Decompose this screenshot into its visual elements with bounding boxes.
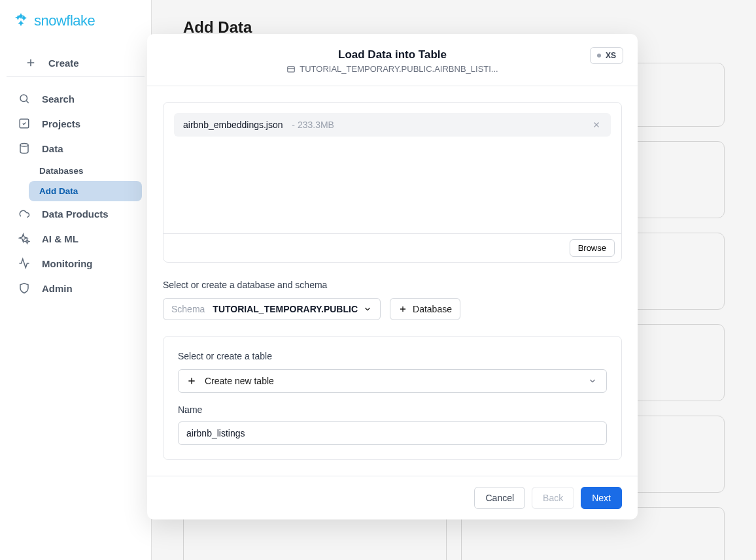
schema-select[interactable]: Schema TUTORIAL_TEMPORARY.PUBLIC	[163, 298, 381, 320]
schema-prefix: Schema	[171, 304, 205, 314]
select-schema-label: Select or create a database and schema	[163, 280, 622, 290]
back-button[interactable]: Back	[532, 487, 574, 509]
table-select-value: Create new table	[205, 376, 274, 386]
file-size: - 233.3MB	[287, 120, 334, 130]
file-list: airbnb_embeddings.json - 233.3MB	[163, 103, 621, 233]
modal-title: Load Data into Table	[163, 48, 622, 61]
next-button[interactable]: Next	[581, 487, 622, 509]
modal-header: Load Data into Table TUTORIAL_TEMPORARY.…	[147, 34, 638, 86]
select-table-label: Select or create a table	[178, 351, 607, 361]
warehouse-size: XS	[606, 51, 616, 60]
warehouse-badge[interactable]: XS	[590, 47, 623, 64]
plus-icon	[398, 305, 407, 314]
modal-subtitle-text: TUTORIAL_TEMPORARY.PUBLIC.AIRBNB_LISTI..…	[300, 64, 498, 74]
load-data-modal: Load Data into Table TUTORIAL_TEMPORARY.…	[147, 34, 638, 519]
close-icon	[592, 120, 601, 129]
modal-footer: Cancel Back Next	[147, 476, 638, 519]
svg-rect-3	[288, 66, 295, 71]
cancel-button[interactable]: Cancel	[474, 487, 525, 509]
file-chip: airbnb_embeddings.json - 233.3MB	[174, 113, 611, 137]
file-name: airbnb_embeddings.json	[183, 120, 283, 130]
chevron-down-icon	[363, 305, 372, 314]
name-label: Name	[178, 404, 607, 415]
modal-subtitle: TUTORIAL_TEMPORARY.PUBLIC.AIRBNB_LISTI..…	[163, 64, 622, 74]
database-button-label: Database	[413, 304, 452, 314]
modal-overlay: Load Data into Table TUTORIAL_TEMPORARY.…	[0, 0, 756, 560]
file-dropzone[interactable]: airbnb_embeddings.json - 233.3MB Browse	[163, 102, 622, 263]
table-section: Select or create a table Create new tabl…	[163, 336, 622, 460]
table-icon	[286, 65, 296, 74]
plus-icon	[186, 376, 197, 386]
status-dot-icon	[597, 54, 601, 58]
chevron-down-icon	[588, 376, 597, 386]
create-database-button[interactable]: Database	[390, 298, 460, 320]
dropzone-footer: Browse	[163, 233, 621, 262]
browse-button[interactable]: Browse	[570, 239, 615, 257]
modal-body: airbnb_embeddings.json - 233.3MB Browse …	[147, 86, 638, 476]
schema-row: Schema TUTORIAL_TEMPORARY.PUBLIC Databas…	[163, 298, 622, 320]
table-name-input[interactable]	[178, 421, 607, 445]
schema-value: TUTORIAL_TEMPORARY.PUBLIC	[213, 304, 358, 314]
table-select[interactable]: Create new table	[178, 369, 607, 393]
remove-file-button[interactable]	[591, 120, 602, 130]
